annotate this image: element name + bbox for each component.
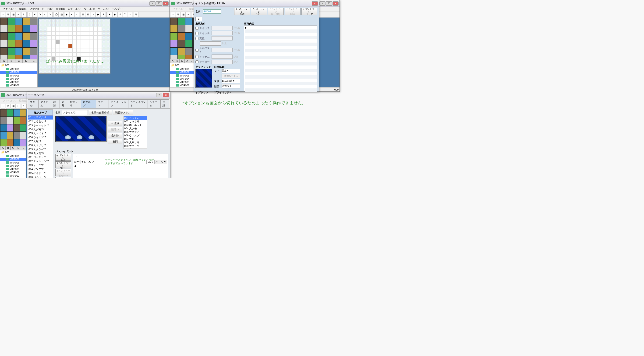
toolbar-button[interactable]: ✂ bbox=[16, 12, 21, 17]
troop-list-item[interactable]: 013:オーク*2 bbox=[28, 163, 53, 167]
minimize-button[interactable]: – bbox=[320, 2, 326, 6]
troop-list-item[interactable]: 003:ホーネット*2 bbox=[28, 123, 53, 127]
database-tab[interactable]: ステート bbox=[96, 99, 109, 108]
toolbar-button[interactable]: ⎘ bbox=[134, 12, 138, 17]
database-tab[interactable]: 敵グループ bbox=[81, 99, 96, 108]
toolbar-button[interactable]: ★ bbox=[107, 12, 112, 17]
troop-list-item[interactable]: 002:こうもり*2 bbox=[28, 119, 53, 123]
layer-tab[interactable]: C bbox=[180, 59, 184, 63]
map-tree-item[interactable]: MAP004 bbox=[0, 164, 26, 167]
close-button[interactable]: ✕ bbox=[162, 2, 168, 6]
layer-tab[interactable]: E bbox=[21, 146, 26, 150]
map-tree-item[interactable]: MAP004 bbox=[170, 77, 194, 80]
condition-checkbox[interactable] bbox=[196, 27, 198, 30]
toolbar-button[interactable]: ▫ bbox=[128, 12, 132, 17]
map-editor-area[interactable] bbox=[38, 18, 170, 91]
toolbar-button[interactable]: ⎙ bbox=[27, 12, 32, 17]
menu-item[interactable]: ツール(T) bbox=[83, 7, 96, 11]
battletest-button[interactable]: 戦闘テスト... bbox=[113, 110, 133, 115]
map-tree-item[interactable]: MAP005 bbox=[0, 167, 26, 171]
toolbar-button[interactable]: ♪ bbox=[91, 12, 96, 17]
enemy-list-item[interactable]: 003:ホーネット bbox=[124, 123, 147, 127]
toolbar-button[interactable]: ▭ bbox=[43, 12, 48, 17]
condition-checkbox[interactable] bbox=[196, 49, 198, 52]
enemy-list-item[interactable]: 010:食人花 bbox=[124, 148, 147, 149]
condition-dropdown[interactable] bbox=[212, 26, 232, 30]
menu-item[interactable]: スケール(S) bbox=[66, 7, 83, 11]
close-button[interactable]: ✕ bbox=[332, 2, 338, 6]
condition-checkbox[interactable] bbox=[196, 37, 198, 40]
maximize-button[interactable]: ☐ bbox=[326, 2, 332, 6]
battle-page-tab[interactable]: 1 bbox=[74, 155, 80, 159]
layer-tab[interactable]: B bbox=[175, 59, 180, 63]
toolbar-button[interactable]: ✎ bbox=[48, 12, 52, 17]
add-enemy-button[interactable]: < 追加 bbox=[108, 121, 122, 126]
toolbar-button[interactable]: ⎘ bbox=[6, 104, 10, 109]
map-tree-item[interactable]: MAP003 bbox=[0, 74, 37, 77]
layer-tabs[interactable]: ABCDE bbox=[170, 59, 194, 63]
layer-tab[interactable]: D bbox=[22, 59, 30, 63]
troop-list-item[interactable]: 009:大クラゲ*3 bbox=[28, 147, 53, 151]
event-page-button[interactable]: イベントページ コピー bbox=[251, 8, 267, 15]
troop-list-item[interactable]: 008:大サソリ*3 bbox=[28, 143, 53, 147]
condition-checkbox[interactable] bbox=[196, 60, 198, 63]
toolbar-button[interactable]: ▦ bbox=[181, 12, 186, 17]
map-tree-item[interactable]: MAP003 bbox=[0, 161, 26, 164]
event-page-tab[interactable]: 1 bbox=[196, 17, 202, 21]
toolbar-button[interactable]: ⎘ bbox=[21, 12, 26, 17]
database-tabs[interactable]: スキルアイテム武器防具敵キャラ敵グループステートアニメーションコモンイベントシス… bbox=[27, 98, 170, 109]
help-button[interactable]: ? bbox=[156, 93, 162, 97]
toolbar-button[interactable]: ✂ bbox=[16, 104, 21, 109]
span-select[interactable]: バトル bbox=[154, 160, 167, 164]
event-graphic-box[interactable] bbox=[196, 69, 212, 88]
troop-list-item[interactable]: 012:スケルトン*2 bbox=[28, 159, 53, 163]
map-tree-item[interactable]: MAP001 bbox=[170, 67, 194, 71]
layer-tab[interactable]: C bbox=[15, 59, 23, 63]
map-tree-item[interactable]: MAP001 bbox=[0, 67, 37, 71]
database-tab[interactable]: システム bbox=[148, 99, 161, 108]
layer-tab[interactable]: D bbox=[184, 59, 189, 63]
maximize-button[interactable]: ☐ bbox=[156, 2, 162, 6]
move-route-button[interactable]: 移動ルート... bbox=[222, 74, 240, 78]
layer-tab[interactable]: A bbox=[170, 59, 175, 63]
layer-tab[interactable]: A bbox=[0, 146, 5, 150]
condition-dropdown[interactable] bbox=[212, 60, 232, 64]
troop-list-item[interactable]: 006:ウィスプ*3 bbox=[28, 135, 53, 139]
enemy-list-item[interactable]: 001:スライム bbox=[124, 116, 147, 120]
troop-list-item[interactable]: 005:大ネズミ*3 bbox=[28, 131, 53, 135]
battle-page-button[interactable]: イベントページ コピー bbox=[55, 161, 71, 168]
toolbar-button[interactable]: ⎘ bbox=[6, 12, 10, 17]
toolbar-button[interactable]: ⚑ bbox=[101, 12, 106, 17]
map-tree-item[interactable]: MAP006 bbox=[0, 171, 26, 174]
troop-list-item[interactable]: 015:ゲイザー*3 bbox=[28, 171, 53, 175]
database-tab[interactable]: コモンイベント bbox=[128, 99, 148, 108]
toolbar-button[interactable]: ▪ bbox=[69, 12, 74, 17]
toolbar-button[interactable]: ↺ bbox=[118, 12, 122, 17]
toolbar-button[interactable]: ▫ bbox=[74, 12, 79, 17]
enemy-list-item[interactable]: 006:ウィスプ bbox=[124, 134, 147, 137]
close-button[interactable]: ✕ bbox=[163, 93, 169, 97]
toolbar-button[interactable]: ? bbox=[122, 12, 127, 17]
menu-item[interactable]: ファイル(F) bbox=[1, 98, 18, 103]
map-tree-item[interactable]: MAP002 bbox=[170, 71, 194, 74]
auto-move-select[interactable]: 固定 ▾ bbox=[222, 69, 240, 73]
battle-page-button[interactable]: イベントページ 作成 bbox=[55, 154, 71, 161]
event-name-input[interactable] bbox=[203, 9, 221, 14]
clear-enemies-button[interactable]: 全削除 bbox=[108, 133, 122, 138]
troop-list-item[interactable]: 001:スライム*2 bbox=[28, 116, 53, 119]
toolbar-button[interactable]: ▦ bbox=[11, 12, 16, 17]
enemy-list-item[interactable]: 007:大蛇 bbox=[124, 137, 147, 141]
exec-contents-list[interactable]: ◆ bbox=[244, 26, 317, 91]
toolbar-button[interactable]: ▫ bbox=[171, 12, 175, 17]
map-tree-item[interactable]: MAP007 bbox=[0, 174, 26, 177]
condition-dropdown[interactable] bbox=[212, 55, 232, 59]
layer-tab[interactable]: B bbox=[5, 146, 10, 150]
enemy-list-item[interactable]: 002:こうもり bbox=[124, 120, 147, 123]
menu-item[interactable]: 表示(V) bbox=[29, 7, 40, 11]
enemy-list-item[interactable]: 005:大ネズミ bbox=[124, 130, 147, 134]
map-tree-item[interactable]: MAP001 bbox=[0, 154, 26, 158]
condition-checkbox[interactable] bbox=[196, 32, 198, 35]
toolbar-button[interactable]: ⊟ bbox=[86, 12, 90, 17]
enemy-list-item[interactable]: 009:大クラゲ bbox=[124, 144, 147, 148]
troop-list-item[interactable]: 014:インプ*2 bbox=[28, 167, 53, 171]
